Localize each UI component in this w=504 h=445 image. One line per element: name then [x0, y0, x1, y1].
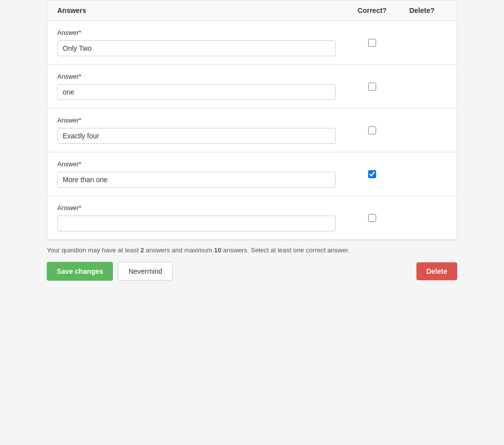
correct-checkbox-3[interactable]	[368, 126, 376, 134]
answer-label: Answer*	[57, 160, 347, 168]
correct-cell	[347, 214, 397, 222]
buttons-left: Save changes Nevermind	[47, 262, 173, 281]
table-header: Answers Correct? Delete?	[47, 0, 457, 21]
nevermind-button[interactable]: Nevermind	[118, 262, 173, 281]
header-delete: Delete?	[397, 6, 447, 14]
header-answers: Answers	[57, 6, 347, 14]
hint-suffix: answers. Select at least one correct ans…	[221, 246, 350, 254]
correct-checkbox-2[interactable]	[368, 83, 376, 91]
answer-content: Answer*	[57, 116, 347, 144]
table-row: Answer*	[47, 65, 457, 109]
correct-cell	[347, 126, 397, 134]
table-row: Answer*	[47, 21, 457, 65]
table-row: Answer*	[47, 109, 457, 152]
page-wrapper: Answers Correct? Delete? Answer* Answer*	[0, 0, 504, 445]
answer-input-2[interactable]	[57, 84, 336, 100]
answer-label: Answer*	[57, 116, 347, 124]
correct-cell	[347, 83, 397, 91]
hint-text: Your question may have at least 2 answer…	[47, 246, 457, 254]
answer-input-3[interactable]	[57, 128, 336, 144]
answer-input-4[interactable]	[57, 172, 336, 188]
answer-label: Answer*	[57, 29, 347, 36]
table-row: Answer*	[47, 152, 457, 196]
hint-prefix: Your question may have at least	[47, 246, 140, 254]
correct-checkbox-5[interactable]	[368, 214, 376, 222]
header-correct: Correct?	[347, 6, 397, 14]
hint-max: 10	[214, 246, 221, 254]
answer-label: Answer*	[57, 73, 347, 80]
table-row: Answer*	[47, 196, 457, 240]
correct-cell	[347, 170, 397, 178]
answer-content: Answer*	[57, 204, 347, 231]
answer-content: Answer*	[57, 160, 347, 188]
delete-button[interactable]: Delete	[416, 262, 457, 280]
correct-cell	[347, 39, 397, 47]
rows-container: Answer* Answer* Answer*	[47, 21, 457, 240]
answer-content: Answer*	[57, 29, 347, 56]
answer-label: Answer*	[57, 204, 347, 212]
answer-content: Answer*	[57, 73, 347, 100]
correct-checkbox-1[interactable]	[368, 39, 376, 47]
correct-checkbox-4[interactable]	[368, 170, 376, 178]
answers-table: Answers Correct? Delete? Answer* Answer*	[47, 0, 457, 240]
save-button[interactable]: Save changes	[47, 262, 113, 281]
answer-input-5[interactable]	[57, 216, 336, 231]
buttons-row: Save changes Nevermind Delete	[47, 262, 457, 281]
answer-input-1[interactable]	[57, 40, 336, 56]
hint-middle: answers and maximum	[144, 246, 214, 254]
